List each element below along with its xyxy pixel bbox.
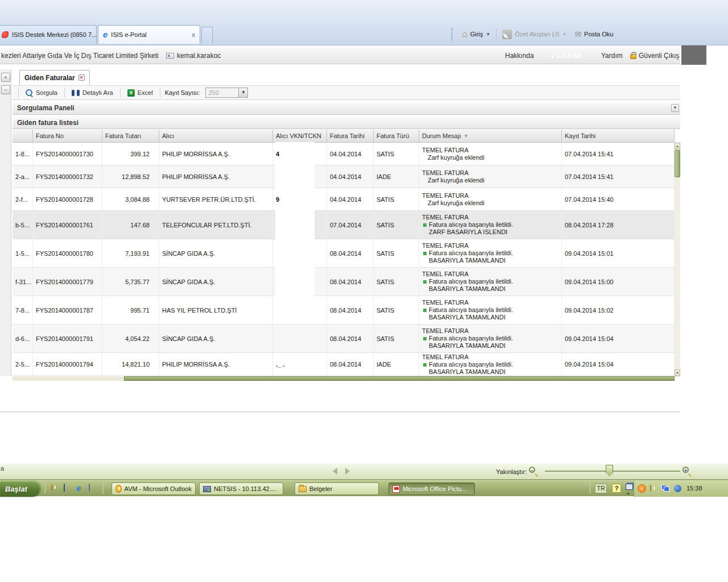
vertical-scrollbar[interactable]: ▲ ▼ — [675, 143, 680, 376]
column-header-status[interactable]: Durum Mesajı ▼ — [419, 130, 562, 142]
table-row[interactable]: f-31... FYS2014000001779 5,735.77 SİNCAP… — [13, 268, 675, 296]
table-row[interactable]: b-5... FYS2014000001761 147.68 TELEFONCU… — [13, 211, 675, 239]
language-indicator[interactable]: TR — [595, 484, 607, 493]
cell-status: TEMEL FATURA Zarf kuyruğa eklendi — [419, 143, 562, 165]
column-header-vkn[interactable]: Alıcı VKN/TCKN — [273, 130, 327, 142]
collapse-tray-icon[interactable]: ‹ — [638, 484, 646, 493]
browser-tab-destek[interactable]: ISIS Destek Merkezi (0850 7... — [0, 25, 97, 44]
task-button-belgeler[interactable]: Belgeler — [295, 483, 379, 495]
ie-quicklaunch-icon[interactable]: e — [76, 484, 85, 493]
grid-toolbar: Sorgula Detaylı Ara X Excel Kayıt Sayısı… — [13, 85, 680, 100]
query-button[interactable]: Sorgula — [23, 88, 60, 98]
scroll-up-icon[interactable]: ▲ — [675, 143, 680, 149]
column-header-ettn[interactable] — [13, 130, 33, 142]
tray-grip[interactable] — [589, 483, 591, 494]
home-label: Giriş — [470, 31, 483, 38]
cell-invoice-no: FYS2014000001780 — [33, 239, 102, 267]
read-mail-button[interactable]: ✉ Posta Oku — [572, 28, 615, 40]
cell-invoice-date: 04.04.2014 — [327, 143, 374, 165]
table-row[interactable]: 2-5... FYS2014000001794 14,821.10 PHILIP… — [13, 353, 675, 376]
table-row[interactable]: 7-8... FYS2014000001787 995.71 HAS YIL P… — [13, 296, 675, 325]
home-button[interactable]: ⌂ Giriş ▼ — [460, 28, 493, 40]
next-image-icon[interactable] — [345, 468, 350, 475]
status-line-text: Fatura alıcıya başarıyla iletildi. — [429, 221, 513, 228]
status-title: TEMEL FATURA — [422, 214, 561, 221]
horizontal-scroll-thumb[interactable] — [124, 376, 675, 381]
scroll-down-icon[interactable]: ▼ — [675, 369, 680, 376]
app-quicklaunch-icon[interactable] — [89, 484, 98, 493]
table-row[interactable]: d-6... FYS2014000001791 4,054.22 SİNCAP … — [13, 325, 675, 353]
collapsed-side-panel: « − — [0, 69, 11, 376]
magnifier-handle — [688, 473, 692, 477]
panel-expand-icon[interactable]: ▼ — [671, 104, 679, 112]
table-row[interactable]: 1-8... FYS2014000001730 399.12 PHILIP MO… — [13, 143, 675, 165]
cell-ettn: b-5... — [13, 211, 33, 239]
cell-buyer: SİNCAP GIDA A.Ş. — [159, 268, 273, 296]
column-header-buyer[interactable]: Alıcı — [159, 130, 273, 142]
cell-ettn: 1-5... — [13, 239, 33, 267]
tray-dropdown-icon[interactable]: ▼ — [626, 492, 630, 496]
help-tray-icon[interactable]: ? — [612, 484, 621, 493]
record-count-dropdown-icon[interactable]: ▼ — [238, 88, 248, 98]
cell-invoice-date: 08.04.2014 — [327, 239, 374, 267]
zoom-in-button[interactable]: + — [682, 467, 692, 476]
restore-window-icon[interactable] — [626, 484, 633, 490]
zoom-label: Yakınlaştır: — [496, 468, 527, 475]
new-tab-stub[interactable] — [201, 27, 213, 43]
outlook-icon — [115, 485, 122, 493]
minimize-panel-button[interactable]: − — [1, 85, 10, 94]
previous-image-icon[interactable] — [333, 468, 337, 475]
cell-amount: 399.12 — [102, 143, 159, 165]
table-row[interactable]: 2-f... FYS2014000001728 3,084.88 YURTSEV… — [13, 188, 675, 211]
task-button-picture-manager[interactable]: Microsoft Office Pictu... — [388, 483, 475, 495]
feeds-button[interactable]: Özet Akışları (J) ▼ — [500, 28, 569, 41]
remote-desktop-quicklaunch-icon[interactable] — [64, 484, 73, 493]
network-tray-icon[interactable] — [661, 485, 669, 492]
module-tab-giden-faturalar[interactable]: Giden Faturalar ✕ — [19, 70, 90, 85]
table-row[interactable]: 1-5... FYS2014000001780 7,193.91 SİNCAP … — [13, 239, 675, 268]
status-line: Zarf kuyruğa eklendi — [422, 177, 561, 184]
browser-tab-eportal[interactable]: e ISIS e-Portal x — [98, 25, 200, 44]
rss-icon — [502, 30, 512, 39]
excel-icon: X — [127, 89, 135, 97]
excel-export-button[interactable]: X Excel — [125, 88, 155, 98]
status-ok-icon — [423, 309, 427, 312]
cell-ettn: f-31... — [13, 268, 33, 296]
feeds-dropdown-icon[interactable]: ▼ — [562, 32, 566, 37]
start-button[interactable]: Başlat — [0, 481, 40, 497]
secure-logout-link[interactable]: Güvenli Çıkış — [630, 52, 679, 60]
query-panel-header[interactable]: Sorgulama Paneli ▼ — [13, 101, 680, 115]
collapse-panel-button[interactable]: « — [1, 73, 10, 82]
column-header-invoice-date[interactable]: Fatura Tarihi — [327, 130, 374, 142]
outlook-quicklaunch-icon[interactable] — [51, 484, 60, 493]
column-header-invoice-type[interactable]: Fatura Türü — [374, 130, 419, 142]
zoom-out-button[interactable]: − — [529, 467, 539, 476]
cell-ettn: 7-8... — [13, 296, 33, 324]
status-line: Fatura alıcıya başarıyla iletildi. — [422, 250, 561, 257]
cell-buyer: TELEFONCULAR PET.LTD.ŞTİ. — [159, 211, 273, 239]
cell-invoice-type: SATIS — [374, 211, 419, 239]
help-link[interactable]: Yardım — [601, 52, 623, 60]
column-header-amount[interactable]: Fatura Tutarı — [102, 130, 159, 142]
column-header-record-date[interactable]: Kayıt Tarihi — [562, 130, 675, 142]
outlook-tray-icon[interactable] — [650, 485, 659, 494]
task-button-outlook[interactable]: AVM - Microsoft Outlook — [111, 483, 196, 495]
quicklaunch-grip[interactable] — [44, 483, 46, 494]
column-header-invoice-no[interactable]: Fatura No — [33, 130, 102, 142]
status-title: TEMEL FATURA — [422, 242, 561, 250]
vertical-scroll-thumb[interactable] — [675, 150, 680, 177]
horizontal-scrollbar[interactable] — [13, 376, 675, 381]
detailed-search-button[interactable]: Detaylı Ara — [69, 88, 115, 97]
about-link[interactable]: Hakkında — [505, 52, 534, 60]
status-tray-icon[interactable] — [674, 485, 681, 492]
taskband-grip[interactable] — [102, 483, 104, 494]
task-button-netsis[interactable]: NETSIS - 10.113.42.... — [199, 483, 283, 495]
home-dropdown-icon[interactable]: ▼ — [486, 32, 490, 37]
cell-invoice-no: FYS2014000001761 — [33, 211, 102, 239]
table-row[interactable]: 2-a... FYS2014000001732 12,898.52 PHILIP… — [13, 165, 675, 188]
tab-close-icon[interactable]: x — [192, 31, 195, 38]
toolbar-grip[interactable] — [451, 28, 453, 40]
module-tab-close-icon[interactable]: ✕ — [78, 74, 85, 81]
record-count-select[interactable]: 250 ▼ — [205, 88, 248, 98]
status-title: TEMEL FATURA — [422, 271, 561, 278]
